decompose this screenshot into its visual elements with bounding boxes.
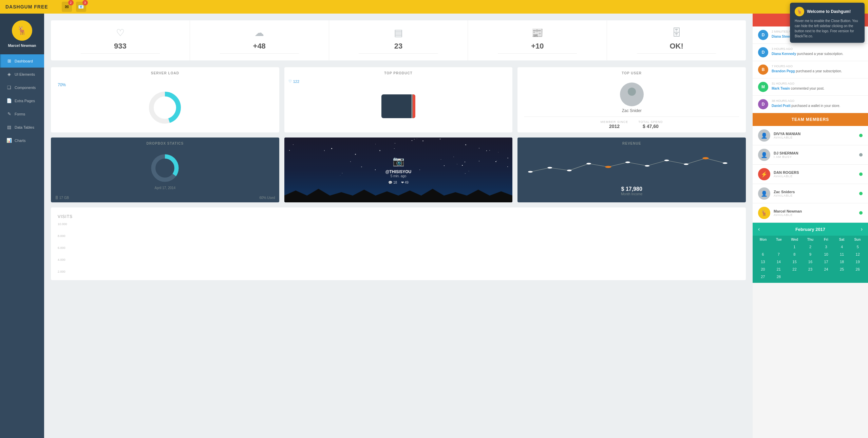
server-load-card: SERVER LOAD 70%: [51, 67, 279, 132]
instagram-card: 📷 @THISISYOU 5 min. ago 💬 18 ❤ 49: [284, 138, 513, 202]
cal-day-22[interactable]: 21: [771, 266, 787, 273]
cal-day-6[interactable]: 5: [850, 243, 865, 250]
cal-header-mon: Mon: [755, 238, 771, 241]
ui-elements-icon: ◈: [6, 72, 12, 77]
svg-point-10: [587, 163, 591, 165]
y-label-4: 4.000: [58, 258, 67, 261]
sidebar-item-forms[interactable]: ✎ Forms: [0, 107, 44, 121]
cal-day-15[interactable]: 14: [771, 258, 787, 265]
sidebar-label-ui: UI Elements: [15, 72, 35, 76]
cal-header-tue: Tue: [771, 238, 787, 241]
cal-day-27[interactable]: 26: [850, 266, 865, 273]
cal-day-25[interactable]: 24: [818, 266, 834, 273]
instagram-hearts: ❤ 49: [401, 181, 409, 184]
sidebar-item-ui-elements[interactable]: ◈ UI Elements: [0, 68, 44, 81]
member-name-3: DAN ROGERS: [774, 170, 856, 175]
stat-card-hearts: ♡ 933: [51, 20, 190, 60]
member-since-stat: MEMBER SINCE 2012: [601, 120, 628, 129]
tooltip-text: Hover me to enable the Close Button. You…: [795, 18, 860, 39]
sidebar-item-dashboard[interactable]: ⊞ Dashboard: [0, 54, 44, 68]
calendar-next-button[interactable]: ›: [861, 226, 863, 232]
notif-time-4: 31 HOURS AGO: [772, 82, 863, 85]
heart-icon: ♡: [116, 27, 125, 38]
cal-day-14[interactable]: 13: [755, 258, 771, 265]
cal-day-20[interactable]: 19: [850, 258, 865, 265]
cal-header-sat: Sat: [834, 238, 849, 241]
dropbox-date: April 17, 2014: [154, 186, 175, 190]
sidebar-item-extra-pages[interactable]: 📄 Extra Pages: [0, 94, 44, 107]
cal-day-4[interactable]: 3: [818, 243, 834, 250]
cal-day-10[interactable]: 9: [803, 251, 818, 258]
cal-day-17[interactable]: 16: [803, 258, 818, 265]
member-avatar-4: 👤: [758, 187, 770, 200]
cal-day-5[interactable]: 4: [834, 243, 850, 250]
notif-time-3: 7 HOURS AGO: [772, 65, 863, 68]
sidebar-profile: 🦌 Marcel Newman: [0, 14, 44, 54]
cal-day-7[interactable]: 6: [755, 251, 771, 258]
message-button[interactable]: ✉ 2: [62, 2, 72, 12]
cal-day-9[interactable]: 8: [787, 251, 802, 258]
product-image-area: [284, 88, 513, 125]
bar-chart: [73, 222, 739, 273]
heart-icon-small: ♡: [288, 79, 292, 84]
cal-day-1: .: [771, 243, 787, 250]
cal-day-11[interactable]: 10: [818, 251, 834, 258]
stat-value-inbox: 23: [394, 42, 402, 51]
cal-day-28[interactable]: 27: [755, 273, 771, 280]
notif-text-5: Daniel Pratt purchased a wallet in your …: [772, 104, 863, 108]
cloud-icon: ☁: [254, 27, 264, 38]
cal-day-18[interactable]: 17: [818, 258, 834, 265]
cal-day-26[interactable]: 25: [834, 266, 850, 273]
sidebar-label-components: Components: [15, 86, 36, 90]
svg-point-8: [548, 167, 552, 169]
message-badge: 2: [68, 0, 74, 5]
server-load-pct: 70%: [58, 83, 66, 87]
cal-day-3[interactable]: 2: [803, 243, 818, 250]
cal-day-16[interactable]: 15: [787, 258, 802, 265]
member-status-1: AVAILABLE: [774, 136, 856, 139]
sidebar: 🦌 Marcel Newman ⊞ Dashboard ◈ UI Element…: [0, 14, 44, 438]
cal-day-23[interactable]: 22: [787, 266, 802, 273]
total-spend-stat: TOTAL SPEND $ 47,60: [638, 120, 663, 129]
svg-point-13: [645, 165, 650, 167]
visits-chart-container: 10.000 8.000 6.000 4.000 2.000: [58, 222, 739, 273]
notif-name-5: Daniel Pratt: [772, 104, 791, 108]
cal-day-29[interactable]: 28: [771, 273, 787, 280]
sidebar-item-components[interactable]: ❑ Components: [0, 81, 44, 94]
server-load-content: 70%: [51, 79, 279, 131]
sidebar-item-data-tables[interactable]: ▤ Data Tables: [0, 121, 44, 134]
member-status-2: I AM BUSY: [774, 155, 856, 159]
dashboard-icon: ⊞: [6, 58, 12, 63]
status-indicator-5: [859, 211, 863, 215]
email-button[interactable]: 📧 3: [76, 2, 86, 12]
cards-row-2: DROPBOX STATICS April 17, 2014 🗄 17 GB 6…: [51, 138, 746, 202]
extra-pages-icon: 📄: [6, 98, 12, 103]
stat-divider: [359, 53, 438, 54]
cal-day-21[interactable]: 20: [755, 266, 771, 273]
status-indicator-1: [859, 134, 863, 137]
calendar-title: February 2017: [795, 227, 825, 232]
svg-point-17: [723, 162, 728, 164]
cal-day-12[interactable]: 11: [834, 251, 850, 258]
dropbox-used-label: 60% Used: [260, 196, 275, 200]
cal-day-2[interactable]: 1: [787, 243, 802, 250]
status-indicator-3: [859, 172, 863, 176]
revenue-amount: $ 17,980: [520, 186, 743, 192]
calendar-prev-button[interactable]: ‹: [758, 226, 760, 232]
visits-section: VISITS 10.000 8.000 6.000 4.000 2.000: [51, 207, 746, 280]
cal-day-13[interactable]: 12: [850, 251, 865, 258]
y-label-5: 2.000: [58, 270, 67, 273]
stat-divider: [498, 53, 577, 54]
wallet-image: [381, 94, 415, 118]
total-spend-value: $ 47,60: [643, 124, 659, 129]
wallet-stripe-red: [413, 94, 415, 118]
member-info-5: Marcel Newman AVAILABLE: [774, 209, 856, 217]
stat-value-hearts: 933: [114, 42, 127, 51]
cal-day-8[interactable]: 7: [771, 251, 787, 258]
cal-day-24[interactable]: 23: [803, 266, 818, 273]
calendar-days: ..12345678910111213141516171819202122232…: [753, 243, 868, 283]
sidebar-item-charts[interactable]: 📊 Charts: [0, 134, 44, 147]
cal-day-19[interactable]: 18: [834, 258, 850, 265]
cal-header-fri: Fri: [818, 238, 834, 241]
tooltip-header: 🦌 Welcome to Dashgum!: [795, 7, 860, 16]
